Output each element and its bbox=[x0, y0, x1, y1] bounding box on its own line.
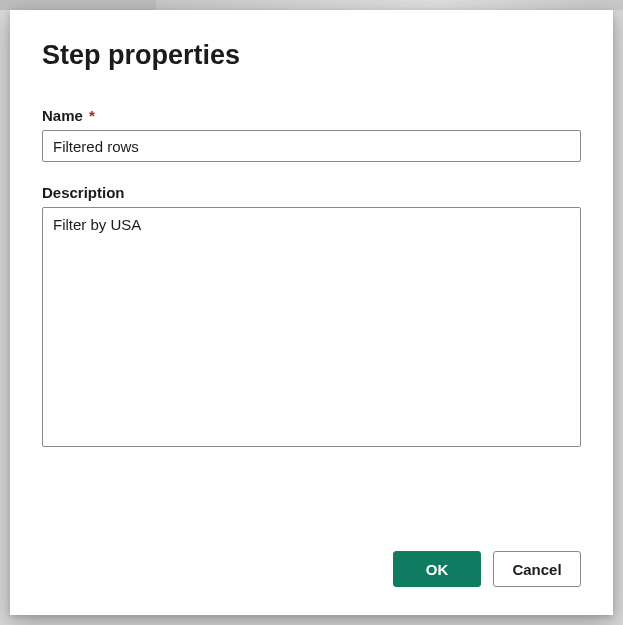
dialog-button-row: OK Cancel bbox=[42, 523, 581, 587]
description-field-label: Description bbox=[42, 184, 581, 201]
step-properties-dialog: Step properties Name * Description OK Ca… bbox=[10, 10, 613, 615]
name-input[interactable] bbox=[42, 130, 581, 162]
dialog-title: Step properties bbox=[42, 40, 581, 71]
description-input[interactable] bbox=[42, 207, 581, 447]
cancel-button[interactable]: Cancel bbox=[493, 551, 581, 587]
description-field-group: Description bbox=[42, 184, 581, 447]
name-field-group: Name * bbox=[42, 107, 581, 162]
required-asterisk: * bbox=[89, 107, 95, 124]
name-field-label: Name * bbox=[42, 107, 581, 124]
backdrop-top-strip bbox=[0, 0, 623, 10]
ok-button[interactable]: OK bbox=[393, 551, 481, 587]
name-label-text: Name bbox=[42, 107, 83, 124]
